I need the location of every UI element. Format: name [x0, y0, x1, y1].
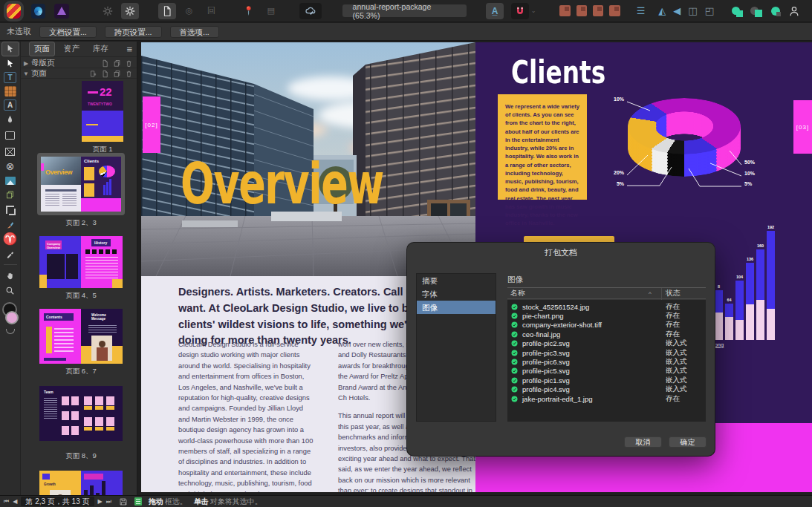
delete-page-icon[interactable] [125, 70, 133, 78]
zoom-tool-icon[interactable] [0, 284, 21, 298]
nav-item-fonts[interactable]: 字体 [417, 287, 496, 301]
shape-square-icon[interactable]: 回 [203, 3, 221, 19]
photo-app-icon[interactable] [31, 4, 45, 19]
file-row[interactable]: stock_452561524.jpg存在 [507, 302, 706, 311]
account-person-icon[interactable] [785, 3, 803, 19]
ok-button[interactable]: 确定 [669, 436, 707, 448]
next-page-icon[interactable]: ▶ [98, 498, 103, 505]
table-header[interactable]: 名称 ^ 状态 [507, 287, 706, 299]
file-row[interactable]: profile-pic4.svg嵌入式 [507, 385, 706, 394]
thumbnail-pages-6-7[interactable]: Contents WelcomeMessage [39, 309, 123, 364]
file-row[interactable]: profile-pic2.svg嵌入式 [507, 339, 706, 348]
flip-horizontal-icon[interactable]: ◭ [658, 5, 666, 16]
move-to-back-icon[interactable] [609, 5, 620, 16]
card-list-icon[interactable]: ▤ [262, 3, 280, 19]
nav-item-images[interactable]: 图像 [417, 301, 496, 314]
shape-circle-icon[interactable]: ◎ [181, 3, 198, 19]
duplicate-master-icon[interactable] [113, 59, 121, 68]
thumbnail-pages-8-9[interactable]: Team [39, 386, 123, 441]
artistic-text-tool-icon[interactable]: A [4, 99, 16, 111]
file-row[interactable]: profile-pic5.svg嵌入式 [507, 367, 706, 376]
page-indicator[interactable]: 第 2,3 页，共 13 页 [21, 497, 94, 506]
file-row[interactable]: pie-chart.png存在 [507, 311, 706, 320]
asset-pages-tool-icon[interactable] [0, 188, 21, 203]
file-row[interactable]: profile-pic1.svg嵌入式 [507, 376, 706, 385]
help-book-icon[interactable] [134, 497, 142, 506]
picture-frame-ellipse-tool-icon[interactable]: ⊗ [0, 159, 21, 174]
boolean-add-icon[interactable] [732, 5, 743, 17]
rectangle-tool-icon[interactable] [0, 128, 21, 143]
tools-panel: T A ⊗ ♈ [0, 42, 21, 495]
thumbnail-pages-4-5[interactable]: CompanyOverview History [39, 236, 123, 288]
file-row[interactable]: ceo-final.jpg存在 [507, 330, 706, 338]
designer-app-icon[interactable] [54, 4, 68, 19]
thumbnail-page-1[interactable]: 22 TWENTYTWO [82, 81, 123, 142]
snapping-dropdown-chevron-icon[interactable]: ⌄ [530, 3, 537, 19]
picture-frame-rect-tool-icon[interactable] [0, 144, 21, 159]
insert-pages-icon[interactable] [89, 70, 97, 78]
delete-master-icon[interactable] [125, 59, 133, 68]
move-to-front-icon[interactable] [559, 5, 570, 16]
thumbnail-pages-10-11[interactable]: Growth [39, 471, 123, 495]
move-backward-icon[interactable] [593, 5, 603, 16]
save-icon[interactable] [119, 497, 128, 506]
flip-vertical-icon[interactable]: ◀ [673, 5, 681, 16]
text-styles-icon[interactable]: A̲ [486, 3, 504, 19]
order-up-icon[interactable]: ◫ [688, 5, 697, 16]
color-picker-tool-icon[interactable] [0, 246, 21, 261]
file-row[interactable]: company-exterior-shot.tiff存在 [507, 321, 706, 330]
place-image-tool-icon[interactable] [0, 174, 21, 189]
align-icon[interactable]: ☰ [637, 5, 646, 16]
studiolink-icon[interactable] [299, 3, 322, 19]
pin-icon[interactable]: 📍 [240, 3, 258, 19]
panel-menu-icon[interactable]: ≡ [126, 44, 132, 55]
column-name[interactable]: 名称 [507, 288, 525, 298]
tab-stock[interactable]: 库存 [88, 42, 113, 56]
move-tool-icon[interactable] [1, 42, 19, 56]
previous-page-icon[interactable]: ◀ [13, 498, 17, 505]
view-hand-tool-icon[interactable] [0, 269, 21, 284]
publisher-app-icon[interactable] [7, 4, 21, 19]
crop-tool-icon[interactable] [0, 203, 21, 217]
spread-setup-button[interactable]: 跨页设置... [105, 26, 162, 38]
column-status[interactable]: 状态 [666, 288, 681, 298]
sort-caret-icon[interactable]: ^ [649, 290, 652, 297]
tab-assets[interactable]: 资产 [59, 42, 84, 56]
node-tool-icon[interactable] [0, 56, 21, 71]
nav-item-summary[interactable]: 摘要 [417, 274, 496, 287]
fill-gradient-tool-icon[interactable]: ♈ [0, 232, 21, 246]
order-down-icon[interactable]: ◰ [705, 5, 714, 16]
swap-swatch-arc-icon[interactable] [6, 329, 15, 334]
file-name: pie-chart.png [522, 312, 563, 320]
snapping-magnet-icon[interactable] [511, 3, 529, 19]
duplicate-page-icon[interactable] [113, 70, 121, 78]
boolean-subtract-icon[interactable] [750, 5, 761, 17]
vector-brush-tool-icon[interactable] [0, 217, 21, 232]
add-page-icon[interactable] [101, 70, 109, 78]
add-master-icon[interactable] [101, 59, 109, 68]
document-setup-button[interactable]: 文档设置... [39, 26, 97, 38]
master-pages-section[interactable]: ▶母版页 [21, 59, 137, 68]
move-forward-icon[interactable] [576, 5, 587, 16]
table-tool-icon[interactable] [4, 86, 16, 97]
file-row[interactable]: jake-portrait-edit_1.jpg存在 [507, 394, 706, 403]
bar: 136 [746, 263, 754, 340]
preferences-button[interactable]: 首选项... [170, 26, 219, 38]
first-page-icon[interactable]: ⏮ [4, 498, 9, 506]
check-icon [511, 350, 518, 356]
gear-outline-icon[interactable] [99, 3, 117, 19]
file-row[interactable]: profile-pic6.svg嵌入式 [507, 357, 706, 366]
fill-swatch[interactable] [5, 311, 19, 324]
last-page-icon[interactable]: ⏭ [106, 498, 111, 506]
thumbnail-pages-2-3[interactable]: Overview Clients [41, 157, 121, 212]
cancel-button[interactable]: 取消 [624, 436, 662, 448]
new-document-icon[interactable] [158, 3, 176, 19]
bar-value-label: 192 [759, 225, 782, 229]
frame-text-tool-icon[interactable]: T [4, 72, 16, 83]
file-row[interactable]: profile-pic3.svg嵌入式 [507, 348, 706, 357]
settings-gear-button[interactable] [121, 3, 139, 19]
pages-section[interactable]: ▼页面 [21, 69, 137, 79]
boolean-intersect-icon[interactable] [770, 5, 781, 17]
tab-pages[interactable]: 页面 [29, 42, 55, 56]
pen-tool-icon[interactable] [0, 112, 21, 127]
